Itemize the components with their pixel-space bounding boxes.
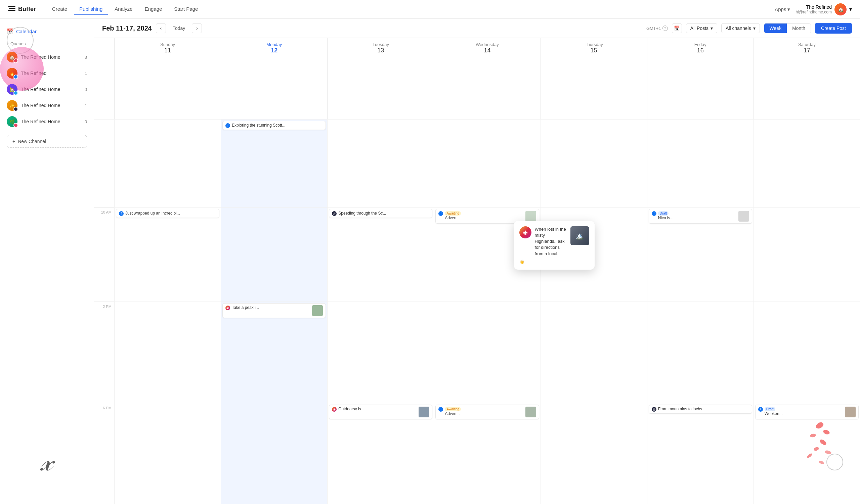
queue-item-0[interactable]: 🏠 The Refined Home 3 xyxy=(0,49,94,65)
cell-sun-2[interactable] xyxy=(114,301,221,403)
logo-icon xyxy=(8,6,15,13)
cell-wed-6[interactable]: f Awaiting Adven... xyxy=(434,403,540,504)
nav-publishing[interactable]: Publishing xyxy=(74,3,108,15)
cell-tue-early[interactable] xyxy=(327,119,434,207)
event-fri-nico[interactable]: f Draft Nico is... xyxy=(649,209,752,224)
cell-thu-2[interactable] xyxy=(541,301,647,403)
cell-sat-early[interactable] xyxy=(754,119,860,207)
week-view-button[interactable]: Week xyxy=(764,24,787,33)
cell-mon-early[interactable]: f Exploring the stunning Scott... xyxy=(221,119,327,207)
nav-links: Create Publishing Analyze Engage Start P… xyxy=(47,3,775,15)
nav-create[interactable]: Create xyxy=(47,3,73,15)
header-tuesday: Tuesday 13 xyxy=(327,38,434,119)
cell-thu-10[interactable]: ◉ When lost in the misty Highlands...ask… xyxy=(541,207,647,301)
time-header-spacer xyxy=(94,38,114,119)
all-channels-dropdown[interactable]: All channels ▾ xyxy=(721,23,760,33)
snapchat-icon: ◎ xyxy=(332,211,336,216)
event-sun-wrapped[interactable]: f Just wrapped up an incredibl... xyxy=(116,209,219,218)
calendar-toolbar: Feb 11-17, 2024 ‹ Today › GMT+1 ? 📅 All … xyxy=(94,19,860,38)
event-sat-weekend[interactable]: f Draft Weeken... xyxy=(755,405,859,419)
queue-item-2[interactable]: 🏡 The Refined Home 0 xyxy=(0,81,94,98)
main-layout: 📅 Calendar ▾ Queues 🏠 The Refined Home 3… xyxy=(0,19,860,504)
facebook-icon: f xyxy=(119,211,124,216)
queue-item-3[interactable]: ✨ The Refined Home 1 xyxy=(0,98,94,114)
cell-sat-10[interactable] xyxy=(754,207,860,301)
queue-avatar-0: 🏠 xyxy=(7,52,17,62)
queue-item-4[interactable]: 🌿 The Refined Home 0 xyxy=(0,114,94,130)
event-thumbnail xyxy=(419,406,429,417)
cell-wed-2[interactable] xyxy=(434,301,540,403)
user-menu[interactable]: The Refined hi@refindhome.com 🏠 ▾ xyxy=(796,3,852,15)
chevron-down-icon: ▾ xyxy=(787,6,790,12)
header-sunday: Sunday 11 xyxy=(114,38,221,119)
event-thumbnail xyxy=(739,211,749,222)
cell-tue-6[interactable]: ◉ Outdoorsy is ... xyxy=(327,403,434,504)
svg-rect-8 xyxy=(8,6,15,7)
navigation: Buffer Create Publishing Analyze Engage … xyxy=(0,0,860,19)
chevron-down-icon: ▾ xyxy=(849,6,852,12)
queues-section[interactable]: ▾ Queues xyxy=(0,40,94,49)
instagram-icon: ◉ xyxy=(332,407,336,412)
month-view-button[interactable]: Month xyxy=(787,24,811,33)
svg-rect-9 xyxy=(9,8,15,9)
prev-week-button[interactable]: ‹ xyxy=(156,23,166,33)
calendar-view-icon[interactable]: 📅 xyxy=(672,23,682,33)
cell-mon-10[interactable] xyxy=(221,207,327,301)
cell-fri-early[interactable] xyxy=(647,119,754,207)
event-thumbnail xyxy=(312,305,323,316)
next-week-button[interactable]: › xyxy=(192,23,202,33)
apps-menu[interactable]: Apps ▾ xyxy=(775,6,790,12)
gmt-selector[interactable]: GMT+1 ? xyxy=(646,26,668,31)
cell-fri-6[interactable]: ◎ From mountains to lochs... xyxy=(647,403,754,504)
popup-thumb: 🏔️ xyxy=(570,226,589,245)
cell-sun-6[interactable] xyxy=(114,403,221,504)
create-post-button[interactable]: Create Post xyxy=(815,23,852,33)
platform-badge-tw xyxy=(13,91,18,95)
cell-fri-10[interactable]: f Draft Nico is... xyxy=(647,207,754,301)
header-thursday: Thursday 15 xyxy=(541,38,647,119)
user-info: The Refined hi@refindhome.com xyxy=(796,4,832,14)
event-tue-outdoorsy[interactable]: ◉ Outdoorsy is ... xyxy=(329,405,432,419)
time-label-10am: 10 AM xyxy=(94,207,114,301)
nav-start-page[interactable]: Start Page xyxy=(169,3,203,15)
event-wed-adven-pm[interactable]: f Awaiting Adven... xyxy=(435,405,539,419)
cell-mon-2[interactable]: ◉ Take a peak i... xyxy=(221,301,327,403)
cell-wed-early[interactable] xyxy=(434,119,540,207)
time-label-early xyxy=(94,119,114,207)
chevron-down-icon: ▾ xyxy=(753,26,756,31)
logo[interactable]: Buffer xyxy=(8,6,36,13)
event-mon-peak[interactable]: ◉ Take a peak i... xyxy=(223,303,326,318)
instagram-icon: ◉ xyxy=(226,306,230,310)
snapchat-icon: ◎ xyxy=(652,407,656,412)
queue-item-1[interactable]: 🔥 The Refined 1 xyxy=(0,65,94,81)
header-friday: Friday 16 xyxy=(647,38,754,119)
cell-sun-10[interactable]: f Just wrapped up an incredibl... xyxy=(114,207,221,301)
cell-thu-early[interactable] xyxy=(541,119,647,207)
cell-sat-6[interactable]: f Draft Weeken... xyxy=(754,403,860,504)
calendar-nav[interactable]: 📅 Calendar xyxy=(0,26,94,40)
cell-sun-early[interactable] xyxy=(114,119,221,207)
avatar[interactable]: 🏠 xyxy=(834,3,847,15)
event-fri-mountains[interactable]: ◎ From mountains to lochs... xyxy=(649,405,752,414)
queue-avatar-2: 🏡 xyxy=(7,84,17,95)
cell-tue-2[interactable] xyxy=(327,301,434,403)
nav-analyze[interactable]: Analyze xyxy=(109,3,138,15)
cell-sat-2[interactable] xyxy=(754,301,860,403)
queue-avatar-4: 🌿 xyxy=(7,116,17,127)
nav-engage[interactable]: Engage xyxy=(140,3,168,15)
time-label-6pm: 6 PM xyxy=(94,403,114,504)
cell-fri-2[interactable] xyxy=(647,301,754,403)
today-button[interactable]: Today xyxy=(170,24,188,32)
event-tue-speeding[interactable]: ◎ Speeding through the Sc... xyxy=(329,209,432,218)
all-posts-dropdown[interactable]: All Posts ▾ xyxy=(686,23,717,33)
cell-mon-6[interactable] xyxy=(221,403,327,504)
platform-badge-ig2 xyxy=(13,123,18,128)
event-mon-exploring[interactable]: f Exploring the stunning Scott... xyxy=(223,121,326,130)
platform-badge-fb xyxy=(13,75,18,79)
event-thumbnail xyxy=(845,406,856,417)
facebook-icon: f xyxy=(758,407,763,412)
new-channel-button[interactable]: + New Channel xyxy=(7,135,87,148)
cell-tue-10[interactable]: ◎ Speeding through the Sc... xyxy=(327,207,434,301)
cell-thu-6[interactable] xyxy=(541,403,647,504)
event-popup[interactable]: ◉ When lost in the misty Highlands...ask… xyxy=(514,221,594,270)
